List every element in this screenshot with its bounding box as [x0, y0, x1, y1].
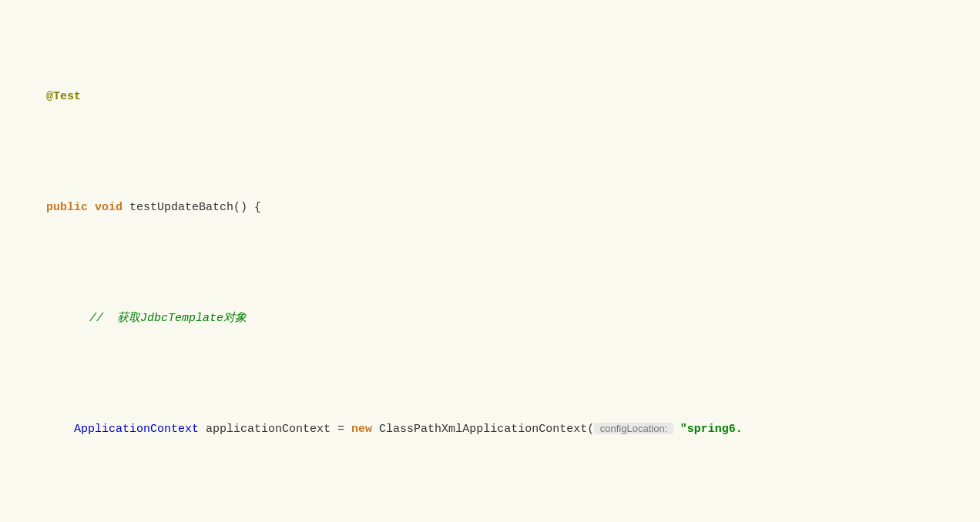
appcontext-line: ApplicationContext applicationContext = … — [15, 402, 980, 457]
annotation-line: @Test — [15, 69, 980, 125]
string-spring6: "spring6. — [673, 423, 743, 436]
kw-void: void — [95, 201, 129, 214]
jdbctemplate-line: JdbcTemplate jdbcTemplate = applicationC… — [15, 513, 980, 522]
comment1: // 获取JdbcTemplate对象 — [89, 312, 247, 325]
kw-new1: new — [351, 423, 379, 436]
method-sig-line: public void testUpdateBatch() { — [15, 180, 980, 236]
comment1-line: // 获取JdbcTemplate对象 — [15, 291, 980, 346]
annotation: @Test — [46, 90, 81, 103]
code-block: @Test public void testUpdateBatch() { //… — [15, 14, 980, 522]
appcontext-decl: applicationContext = — [199, 423, 351, 436]
type-appcontext: ApplicationContext — [74, 423, 199, 436]
kw-public: public — [46, 201, 95, 214]
classname1: ClassPathXmlApplicationContext( — [379, 423, 594, 436]
hint-configlocation: configLocation: — [594, 423, 673, 434]
method-name: testUpdateBatch() { — [129, 201, 261, 214]
